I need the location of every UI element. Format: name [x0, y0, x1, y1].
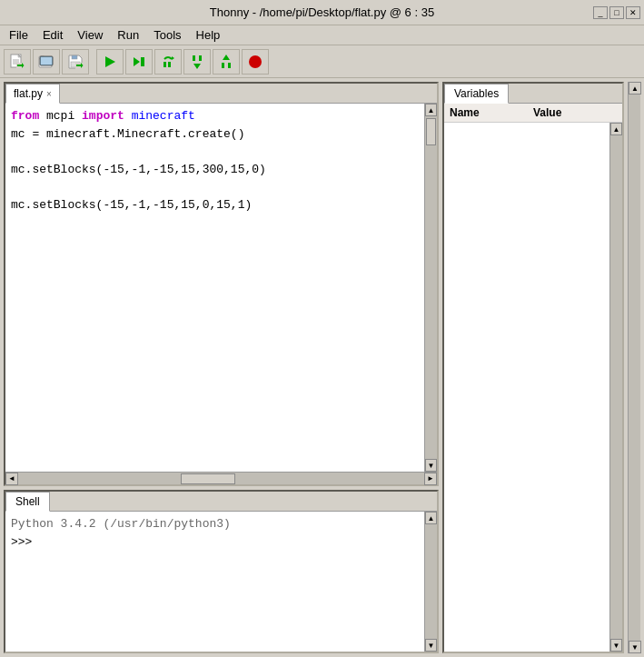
step-over-icon: [160, 54, 176, 70]
scroll-up-button[interactable]: ▲: [425, 104, 437, 116]
variables-header: Name Value: [444, 104, 622, 123]
main-right-scrollbar[interactable]: ▲ ▼: [628, 82, 640, 653]
editor-tab-close[interactable]: ×: [46, 89, 52, 99]
editor-code-area[interactable]: from mcpi import minecraft mc = minecraf…: [5, 104, 424, 472]
svg-rect-18: [163, 62, 166, 67]
var-scroll-down-button[interactable]: ▼: [610, 639, 622, 652]
editor-tab-label: flat.py: [14, 87, 43, 100]
svg-rect-20: [193, 55, 195, 61]
variables-panel: Variables Name Value ▲ ▼: [442, 82, 624, 653]
svg-rect-10: [41, 57, 52, 65]
svg-rect-21: [199, 55, 202, 61]
editor-vertical-scrollbar[interactable]: ▲ ▼: [424, 104, 437, 472]
debug-icon: [131, 54, 147, 70]
main-scroll-track[interactable]: [629, 95, 640, 641]
main-scroll-down-btn[interactable]: ▼: [629, 641, 641, 653]
shell-scroll-track[interactable]: [425, 524, 437, 639]
scroll-thumb[interactable]: [426, 118, 436, 145]
main-area: flat.py × from mcpi import minecraft mc …: [0, 78, 644, 657]
run-button[interactable]: [96, 49, 124, 75]
shell-scroll-up-button[interactable]: ▲: [425, 512, 437, 524]
shell-content: Python 3.4.2 (/usr/bin/python3) >>> ▲ ▼: [5, 512, 437, 652]
svg-marker-15: [134, 57, 140, 66]
close-button[interactable]: ✕: [626, 6, 640, 19]
var-scroll-track[interactable]: [610, 135, 622, 639]
title-controls: _ □ ✕: [593, 6, 640, 19]
editor-tab-bar: flat.py ×: [5, 84, 437, 104]
open-file-icon: [38, 54, 54, 70]
scroll-down-button[interactable]: ▼: [425, 459, 437, 472]
shell-tab[interactable]: Shell: [5, 492, 50, 512]
svg-rect-11: [72, 55, 77, 59]
step-over-button[interactable]: [154, 49, 182, 75]
svg-marker-17: [172, 56, 174, 60]
menu-edit[interactable]: Edit: [37, 26, 68, 44]
variables-name-header: Name: [450, 106, 533, 119]
hscroll-right-button[interactable]: ►: [424, 473, 437, 485]
save-button[interactable]: [62, 49, 89, 75]
shell-section: Shell Python 3.4.2 (/usr/bin/python3) >>…: [4, 490, 439, 653]
minimize-button[interactable]: _: [593, 6, 608, 19]
variables-tab[interactable]: Variables: [444, 84, 509, 104]
main-scroll-up-btn[interactable]: ▲: [629, 82, 641, 95]
run-icon: [102, 54, 118, 70]
title-text: Thonny - /home/pi/Desktop/flat.py @ 6 : …: [210, 5, 434, 19]
variables-value-header: Value: [533, 106, 617, 119]
variables-list: [444, 123, 609, 652]
stop-icon: [247, 54, 263, 70]
left-panel: flat.py × from mcpi import minecraft mc …: [4, 82, 439, 653]
shell-output[interactable]: Python 3.4.2 (/usr/bin/python3) >>>: [5, 512, 424, 652]
svg-marker-14: [105, 56, 115, 67]
step-out-icon: [218, 54, 234, 70]
step-out-button[interactable]: [213, 49, 240, 75]
menu-help[interactable]: Help: [191, 26, 226, 44]
maximize-button[interactable]: □: [609, 6, 624, 19]
menu-file[interactable]: File: [4, 26, 34, 44]
svg-marker-23: [223, 55, 230, 60]
svg-rect-25: [228, 63, 231, 68]
hscroll-left-button[interactable]: ◄: [5, 473, 18, 485]
menu-tools[interactable]: Tools: [148, 26, 186, 44]
toolbar: [0, 45, 644, 78]
debug-button[interactable]: [125, 49, 153, 75]
variables-vertical-scrollbar[interactable]: ▲ ▼: [609, 123, 622, 652]
shell-version-text: Python 3.4.2 (/usr/bin/python3): [11, 517, 231, 531]
editor-tab-flatpy[interactable]: flat.py ×: [5, 84, 60, 104]
hscroll-track[interactable]: [18, 473, 424, 484]
menu-view[interactable]: View: [72, 26, 108, 44]
open-file-button[interactable]: [33, 49, 60, 75]
svg-rect-16: [141, 57, 144, 66]
svg-point-26: [249, 55, 262, 68]
shell-scroll-down-button[interactable]: ▼: [425, 639, 437, 652]
step-into-button[interactable]: [183, 49, 211, 75]
menu-run[interactable]: Run: [112, 26, 144, 44]
variables-content: ▲ ▼: [444, 123, 622, 652]
editor-horizontal-scrollbar[interactable]: ◄ ►: [5, 472, 437, 484]
svg-rect-24: [222, 63, 224, 68]
editor-content: from mcpi import minecraft mc = minecraf…: [5, 104, 437, 472]
hscroll-thumb[interactable]: [181, 473, 235, 484]
var-scroll-up-button[interactable]: ▲: [610, 123, 622, 135]
scroll-track[interactable]: [425, 116, 437, 459]
shell-tab-bar: Shell: [5, 492, 437, 512]
svg-rect-19: [168, 62, 171, 67]
editor-section: flat.py × from mcpi import minecraft mc …: [4, 82, 439, 486]
variables-tab-bar: Variables: [444, 84, 622, 104]
shell-prompt-text: >>>: [11, 535, 32, 549]
title-bar: Thonny - /home/pi/Desktop/flat.py @ 6 : …: [0, 0, 644, 25]
step-into-icon: [189, 54, 205, 70]
stop-button[interactable]: [242, 49, 269, 75]
shell-vertical-scrollbar[interactable]: ▲ ▼: [424, 512, 437, 652]
save-icon: [67, 54, 84, 70]
svg-marker-22: [193, 64, 201, 69]
menu-bar: File Edit View Run Tools Help: [0, 25, 644, 45]
new-file-button[interactable]: [4, 49, 31, 75]
new-file-icon: [9, 54, 25, 70]
